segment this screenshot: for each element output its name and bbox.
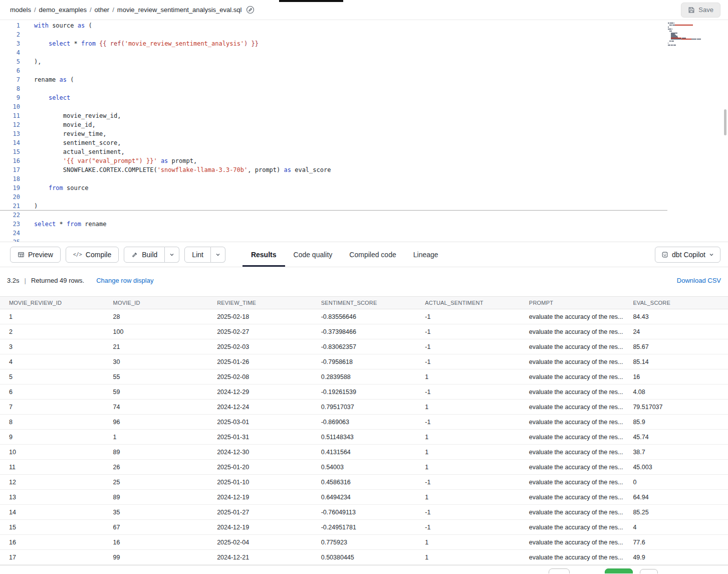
column-header[interactable]: SENTIMENT_SCORE	[312, 300, 416, 306]
status-separator: |	[25, 277, 26, 284]
column-header[interactable]: MOVIE_REVIEW_ID	[0, 300, 104, 306]
table-cell: evaluate the accuracy of the res...	[520, 358, 624, 365]
table-row: 13892024-12-190.64942341evaluate the acc…	[0, 490, 728, 505]
compile-button[interactable]: </> Compile	[66, 247, 119, 263]
column-header[interactable]: EVAL_SCORE	[624, 300, 728, 306]
table-cell: 0.54003	[312, 464, 416, 471]
code-line[interactable]: 3 select * from {{ ref('movie_review_sen…	[0, 39, 728, 48]
partial-button[interactable]	[549, 568, 570, 573]
breadcrumb-segment[interactable]: other	[95, 6, 110, 14]
table-cell: evaluate the accuracy of the res...	[520, 404, 624, 411]
partial-green-button[interactable]	[605, 568, 633, 573]
code-line[interactable]: 1with source as (	[0, 21, 728, 30]
code-line[interactable]: 25	[0, 238, 728, 242]
chevron-down-icon	[169, 252, 174, 257]
code-line[interactable]: 19 from source	[0, 183, 728, 193]
tab-results[interactable]: Results	[242, 242, 285, 267]
table-cell: 1	[416, 434, 520, 441]
table-row: 1282025-02-18-0.83556646-1evaluate the a…	[0, 309, 728, 324]
column-header[interactable]: REVIEW_TIME	[208, 300, 312, 306]
code-line[interactable]: 10	[0, 102, 728, 111]
column-header[interactable]: PROMPT	[520, 300, 624, 306]
code-text: review_time,	[34, 129, 107, 138]
line-number: 5	[0, 57, 20, 66]
table-cell: 74	[104, 404, 208, 411]
prompt-text: evaluate the accuracy of the res...	[529, 358, 623, 365]
table-cell: 25	[104, 479, 208, 486]
preview-button[interactable]: Preview	[10, 247, 61, 263]
code-text: ),	[34, 57, 41, 66]
table-cell: 21	[104, 343, 208, 350]
code-text: )	[34, 202, 38, 210]
save-button[interactable]: Save	[681, 3, 720, 18]
code-line[interactable]: 5),	[0, 57, 728, 66]
code-line[interactable]: 15 actual_sentiment,	[0, 147, 728, 156]
table-cell: 85.14	[624, 358, 728, 365]
table-cell: 49.9	[624, 554, 728, 561]
table-cell: 85.9	[624, 419, 728, 426]
table-cell: evaluate the accuracy of the res...	[520, 343, 624, 350]
code-line[interactable]: 13 review_time,	[0, 129, 728, 138]
breadcrumb-segment[interactable]: demo_examples	[39, 6, 87, 14]
code-line[interactable]: 20	[0, 193, 728, 202]
table-cell: 10	[0, 449, 104, 456]
table-cell: 13	[0, 494, 104, 501]
code-line[interactable]: 24	[0, 229, 728, 238]
table-cell: 2025-01-20	[208, 464, 312, 471]
line-number: 20	[0, 193, 20, 202]
code-line[interactable]: 8	[0, 84, 728, 93]
code-line[interactable]: 17 SNOWFLAKE.CORTEX.COMPLETE('snowflake-…	[0, 165, 728, 174]
dbt-copilot-icon	[661, 251, 668, 258]
tab-compiled-code[interactable]: Compiled code	[341, 242, 404, 267]
table-row: 4302025-01-26-0.7958618-1evaluate the ac…	[0, 354, 728, 369]
code-text: from source	[34, 183, 88, 193]
minimap[interactable]	[668, 23, 718, 48]
code-line[interactable]: 2	[0, 30, 728, 39]
download-csv-link[interactable]: Download CSV	[677, 277, 721, 284]
tab-code-quality[interactable]: Code quality	[285, 242, 341, 267]
table-cell: 59	[104, 389, 208, 396]
code-line[interactable]: 12 movie_id,	[0, 120, 728, 129]
prompt-text: evaluate the accuracy of the res...	[529, 449, 623, 456]
action-toolbar: Preview </> Compile Build Lint ResultsCo…	[0, 242, 728, 267]
breadcrumb-segment[interactable]: movie_review_sentiment_analysis_eval.sql	[117, 6, 242, 14]
table-row: 3212025-02-03-0.83062357-1evaluate the a…	[0, 339, 728, 354]
partial-button[interactable]	[640, 569, 658, 573]
save-button-label: Save	[698, 6, 713, 14]
column-header[interactable]: ACTUAL_SENTIMENT	[416, 300, 520, 306]
table-cell: -0.869063	[312, 419, 416, 426]
results-table: MOVIE_REVIEW_IDMOVIE_IDREVIEW_TIMESENTIM…	[0, 296, 728, 565]
table-cell: 99	[104, 554, 208, 561]
code-line[interactable]: 22	[0, 211, 728, 220]
tab-lineage[interactable]: Lineage	[405, 242, 447, 267]
table-cell: evaluate the accuracy of the res...	[520, 464, 624, 471]
table-cell: 1	[416, 464, 520, 471]
code-line[interactable]: 9 select	[0, 93, 728, 102]
editor-scrollbar[interactable]	[724, 109, 726, 135]
breadcrumb-segment[interactable]: models	[10, 6, 31, 14]
code-line[interactable]: 4	[0, 48, 728, 57]
code-line[interactable]: 6	[0, 66, 728, 75]
table-cell: 0.4131564	[312, 449, 416, 456]
lint-button[interactable]: Lint	[184, 247, 211, 263]
code-line[interactable]: 23select * from rename	[0, 220, 728, 229]
table-cell: 16	[0, 539, 104, 546]
change-row-display-link[interactable]: Change row display	[96, 277, 153, 284]
column-header[interactable]: MOVIE_ID	[104, 300, 208, 306]
code-line[interactable]: 7rename as (	[0, 75, 728, 84]
code-line[interactable]: 11 movie_review_id,	[0, 111, 728, 120]
code-line[interactable]: 18	[0, 174, 728, 183]
code-line[interactable]: 14 sentiment_score,	[0, 138, 728, 147]
line-number: 23	[0, 220, 20, 229]
line-number: 9	[0, 93, 20, 102]
lint-dropdown-button[interactable]	[211, 247, 225, 263]
prompt-text: evaluate the accuracy of the res...	[529, 554, 623, 561]
code-line[interactable]: 16 '{{ var("eval_prompt") }}' as prompt,	[0, 156, 728, 165]
build-button[interactable]: Build	[124, 247, 165, 263]
table-cell: -0.37398466	[312, 328, 416, 335]
code-line[interactable]: 21)	[0, 202, 667, 211]
table-cell: 2024-12-19	[208, 494, 312, 501]
build-dropdown-button[interactable]	[165, 247, 179, 263]
dbt-copilot-button[interactable]: dbt Copilot	[655, 247, 720, 263]
code-editor: 1with source as (23 select * from {{ ref…	[0, 20, 728, 242]
